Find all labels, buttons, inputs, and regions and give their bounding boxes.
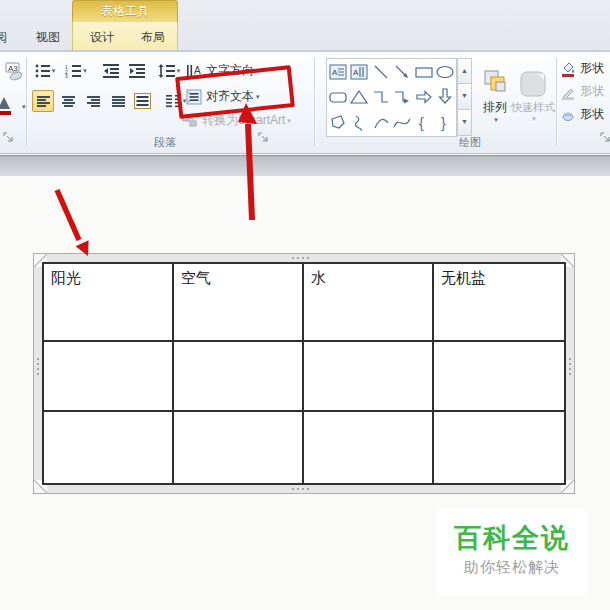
shape-isosceles-triangle-icon[interactable] xyxy=(349,85,371,111)
svg-text:A3: A3 xyxy=(8,64,18,73)
shape-left-brace-icon[interactable]: { xyxy=(413,110,435,136)
shape-right-brace-icon[interactable]: } xyxy=(435,110,457,136)
shape-rounded-rectangle-icon[interactable] xyxy=(327,85,349,111)
quick-styles-label: 快速样式 xyxy=(511,100,555,115)
shape-oval-icon[interactable] xyxy=(435,59,457,85)
arrange-icon xyxy=(482,68,508,96)
align-right-icon xyxy=(87,95,100,108)
decrease-indent-button[interactable] xyxy=(100,60,122,82)
table-cell[interactable] xyxy=(174,412,304,483)
ribbon-tab-strip: 阅 视图 表格工具 设计 布局 xyxy=(0,0,610,52)
font-color-caret-icon[interactable]: ▾ xyxy=(22,103,26,111)
increase-indent-icon xyxy=(129,64,145,78)
arrange-caret-icon: ▾ xyxy=(494,116,498,124)
shape-line-icon[interactable] xyxy=(370,59,392,85)
table-cell[interactable] xyxy=(304,342,434,412)
shape-vertical-text-box-icon[interactable]: A xyxy=(349,59,371,85)
shape-fill-button[interactable]: 形状 xyxy=(560,60,604,77)
svg-text:A: A xyxy=(332,68,338,77)
font-color-button[interactable] xyxy=(0,94,18,118)
arrange-button[interactable]: 排列 ▾ xyxy=(477,58,513,134)
shape-fill-label: 形状 xyxy=(580,60,604,77)
shape-right-arrow-icon[interactable] xyxy=(413,85,435,111)
ribbon: A3 ▾ ▾ 1 2 3 ▾ xyxy=(0,52,610,154)
watermark-subtitle: 助你轻松解决 xyxy=(436,558,588,577)
increase-indent-button[interactable] xyxy=(126,60,148,82)
svg-text:{: { xyxy=(419,115,424,131)
tab-layout[interactable]: 布局 xyxy=(131,26,175,50)
bullets-caret-icon: ▾ xyxy=(52,67,56,75)
shapes-gallery-scrollbar: ▲ ▼ ▼ xyxy=(457,58,472,137)
frame-handle-top[interactable] xyxy=(292,257,312,259)
arrange-label: 排列 xyxy=(483,99,507,116)
shapes-gallery: AA{} xyxy=(326,58,457,137)
shape-effects-icon xyxy=(560,107,576,123)
frame-handle-left[interactable] xyxy=(37,358,39,378)
align-center-button[interactable] xyxy=(57,90,79,112)
tab-design[interactable]: 设计 xyxy=(80,26,124,50)
table-cell[interactable] xyxy=(44,342,174,412)
shape-freeform-icon[interactable] xyxy=(327,110,349,136)
table-cell[interactable] xyxy=(174,342,304,412)
table-cell[interactable] xyxy=(434,342,564,412)
numbered-list-icon: 1 2 3 xyxy=(65,64,81,78)
frame-handle-bottom[interactable] xyxy=(292,488,312,490)
gallery-more-icon[interactable]: ▼ xyxy=(457,110,472,136)
svg-text:A: A xyxy=(353,68,359,77)
shape-effects-button[interactable]: 形状 xyxy=(560,106,604,123)
quick-styles-icon xyxy=(518,70,548,98)
gallery-scroll-down-icon[interactable]: ▼ xyxy=(457,84,472,110)
contextual-tab-group-table-tools: 表格工具 xyxy=(72,0,178,22)
quick-styles-button[interactable]: 快速样式 ▾ xyxy=(512,58,554,134)
shape-outline-button[interactable]: 形状 xyxy=(560,83,604,100)
shape-elbow-connector-icon[interactable] xyxy=(370,85,392,111)
shape-elbow-arrow-connector-icon[interactable] xyxy=(392,85,414,111)
content-table[interactable]: 阳光空气水无机盐 xyxy=(42,262,566,485)
shape-arc-icon[interactable] xyxy=(370,110,392,136)
align-left-button[interactable] xyxy=(32,90,54,112)
convert-to-smartart-caret-icon: ▾ xyxy=(287,117,291,125)
justify-icon xyxy=(112,95,125,108)
distribute-button[interactable] xyxy=(130,90,154,112)
table-cell[interactable] xyxy=(304,412,434,483)
tab-review-partial[interactable]: 阅 xyxy=(0,26,12,50)
tab-view[interactable]: 视图 xyxy=(26,26,70,50)
table-cell[interactable]: 空气 xyxy=(174,264,304,342)
numbering-button[interactable]: 1 2 3 ▾ xyxy=(62,60,90,82)
shape-arrow-icon[interactable] xyxy=(392,59,414,85)
bullet-list-icon xyxy=(35,64,50,78)
numbering-caret-icon: ▾ xyxy=(83,67,87,75)
table-cell[interactable] xyxy=(44,412,174,483)
shape-curve-icon[interactable] xyxy=(392,110,414,136)
shape-rectangle-icon[interactable] xyxy=(413,59,435,85)
table-cell[interactable] xyxy=(434,412,564,483)
shape-scribble-icon[interactable] xyxy=(349,110,371,136)
align-right-button[interactable] xyxy=(82,90,104,112)
bullets-button[interactable]: ▾ xyxy=(32,60,58,82)
align-left-icon xyxy=(37,95,50,108)
shape-down-arrow-icon[interactable] xyxy=(435,85,457,111)
eraser-icon: A3 xyxy=(4,62,24,82)
slide-area-top-band xyxy=(0,155,610,176)
font-color-icon xyxy=(0,95,18,117)
paragraph-dialog-launcher[interactable] xyxy=(258,132,270,144)
pencil-icon xyxy=(560,84,576,100)
font-dialog-launcher[interactable] xyxy=(3,132,15,144)
distribute-icon xyxy=(134,93,151,109)
shape-text-box-icon[interactable]: A xyxy=(327,59,349,85)
svg-text:3: 3 xyxy=(65,73,68,78)
line-spacing-icon xyxy=(158,64,175,78)
table-cell[interactable]: 无机盐 xyxy=(434,264,564,342)
justify-button[interactable] xyxy=(107,90,129,112)
table-cell[interactable]: 水 xyxy=(304,264,434,342)
gallery-scroll-up-icon[interactable]: ▲ xyxy=(457,58,472,84)
svg-text:}: } xyxy=(441,115,446,131)
shape-outline-label: 形状 xyxy=(580,83,604,100)
paragraph-group-label: 段落 xyxy=(90,135,240,150)
frame-handle-right[interactable] xyxy=(569,358,571,378)
drawing-dialog-launcher[interactable] xyxy=(600,132,610,144)
shape-effects-label: 形状 xyxy=(580,106,604,123)
clear-formatting-button[interactable]: A3 xyxy=(2,60,25,84)
table-cell[interactable]: 阳光 xyxy=(44,264,174,342)
align-center-icon xyxy=(62,95,75,108)
